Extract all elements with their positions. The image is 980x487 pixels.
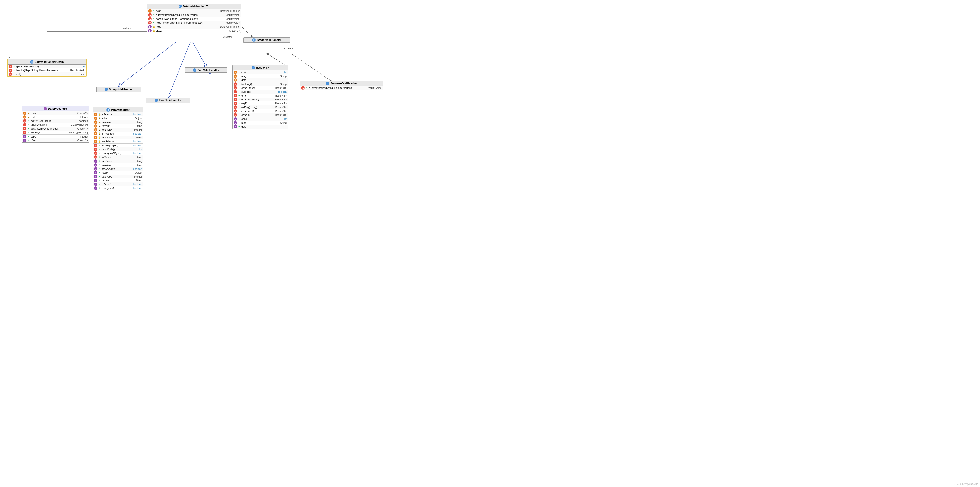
row-pr-isselected: f 🔒 isSelected boolean xyxy=(93,113,143,116)
row-bvh-ruleverif: m + ruleVerification(String, ParamReques… xyxy=(300,86,383,90)
type-rt-errorintt: Result<T> xyxy=(275,110,287,113)
type-p-de-clazz: Class<?> xyxy=(77,139,88,142)
badge-m-rt8: m xyxy=(234,109,237,113)
row-pr-areselected: f 🔒 areSelected boolean xyxy=(93,140,143,143)
vis-rt-okmsg: + xyxy=(238,106,241,108)
svg-line-14 xyxy=(290,53,332,82)
method-rt-error: error() xyxy=(242,94,274,97)
badge-p-pr6: p xyxy=(94,179,97,182)
field-p-pr-isselected: isSelected xyxy=(102,183,132,186)
row-dvh-p-clazz: p 🔒 clazz Class<?> xyxy=(147,29,241,32)
connections-svg xyxy=(0,0,980,487)
type-p-de-code: Integer xyxy=(80,135,88,138)
class-header-datatypeenum: E DataTypeEnum xyxy=(22,106,89,111)
badge-m-pr3: m xyxy=(94,151,97,155)
vis-p-dvh-clazz: 🔒 xyxy=(152,29,155,32)
type-p-rt-code: int xyxy=(284,118,287,121)
row-de-exitbycode: m + exitByCode(Integer) boolean xyxy=(22,119,89,123)
vis-p-rt-msg: + xyxy=(238,121,241,124)
row-dvh-p-next: p 🔒 next DataValidHandler xyxy=(147,25,241,29)
badge-p-dvh: p xyxy=(148,25,151,29)
vis-p-pr-isreq: + xyxy=(98,187,101,189)
method-de-getclazz: getClazzByCode(Integer) xyxy=(30,127,76,130)
type-pr-hashcode: int xyxy=(140,148,142,151)
badge-m-de4: m xyxy=(23,131,26,134)
method-pr-hashcode: hashCode() xyxy=(102,148,139,151)
row-pr-p-remark: p + remark String xyxy=(93,178,143,182)
row-pr-p-datatype: p + dataType Integer xyxy=(93,175,143,178)
badge-f-rt3: f xyxy=(234,78,237,82)
row-pr-datatype: f 🔒 dataType Integer xyxy=(93,128,143,132)
vis-dvh-next: + xyxy=(152,10,155,12)
badge-c-pr: C xyxy=(107,108,110,111)
class-header-booleanvalidhandler: C BooleanValidHandler xyxy=(300,81,383,86)
row-de-values: m + values() DataTypeEnum[] xyxy=(22,131,89,134)
type-pr-areselected: boolean xyxy=(133,140,142,143)
type-rt-okt: Result<T> xyxy=(275,102,287,105)
badge-m3: m xyxy=(9,73,12,76)
class-header-paramrequest: C ParamRequest xyxy=(93,107,143,113)
vis-p-de-code: + xyxy=(27,135,30,138)
badge-p-de2: p xyxy=(23,139,26,142)
method-de-exitbycode: exitByCode(Integer) xyxy=(30,119,78,123)
badge-m: m xyxy=(9,65,12,68)
row-rt-data: f + data T xyxy=(233,78,288,82)
vis-rt-code: + xyxy=(238,71,241,74)
lock-pr-isrequired: 🔒 xyxy=(98,132,101,135)
row-dvh-ruleverif: m + ruleVerification(String, ParamReques… xyxy=(147,13,241,17)
badge-p-pr: p xyxy=(94,159,97,163)
badge-m-rt2: m xyxy=(234,86,237,89)
method-type-handle-chain: Result<Void> xyxy=(70,69,85,72)
vis-rt-errorint: + xyxy=(238,113,241,116)
method-rt-errorint: error(int) xyxy=(242,113,274,116)
lock-pr-remark: 🔒 xyxy=(98,124,101,127)
class-title-datavalidhandler: DataValidHandler<T> xyxy=(183,5,209,8)
vis-rt-okt: + xyxy=(238,102,241,105)
type-rt-okmsg: Result<T> xyxy=(275,106,287,108)
field-dvh-next: next xyxy=(156,10,187,12)
field-p-pr-minvalue: minValue xyxy=(102,164,135,166)
row-pr-p-value: p + value Object xyxy=(93,171,143,175)
badge-m-bvh: m xyxy=(301,86,304,89)
row-rt-p-code: p + code int xyxy=(233,117,288,121)
class-datatypeenum: E DataTypeEnum f 🔒 clazz Class<?> f 🔒 co… xyxy=(22,106,89,143)
vis-rt-msg: + xyxy=(238,75,241,78)
badge-m-rt: m xyxy=(234,82,237,86)
badge-m-pr2: m xyxy=(94,148,97,151)
type-p-pr-maxvalue: String xyxy=(136,160,142,162)
type-p-pr-value: Object xyxy=(135,171,142,174)
method-dvh-nexthandle: nextHandle(Map<String, ParamRequest>) xyxy=(156,21,224,24)
vis-rt-tostring: + xyxy=(238,83,241,86)
class-title-datavalidhandlerchain: DataValidHandlerChain xyxy=(35,60,64,63)
num-label-1: 1 xyxy=(9,57,11,59)
vis-dvh-ruleverif: + xyxy=(152,13,155,16)
row-de-p-clazz: p + clazz Class<?> xyxy=(22,138,89,142)
method-rt-success: success() xyxy=(242,90,277,93)
create-label-2: «create» xyxy=(283,47,293,49)
badge-p-de: p xyxy=(23,135,26,138)
field-de-code: code xyxy=(30,116,79,118)
badge-f2: f xyxy=(23,115,26,119)
type-de-code: Integer xyxy=(80,116,88,118)
type-p-pr-areselected: boolean xyxy=(133,167,142,170)
badge-m-rt6: m xyxy=(234,102,237,105)
row-pr-p-isrequired: p + isRequired boolean xyxy=(93,186,143,190)
vis-public: + xyxy=(13,65,16,68)
lock-pr-isselected: 🔒 xyxy=(98,113,101,116)
vis-p-pr-max: + xyxy=(98,160,101,162)
svg-line-13 xyxy=(266,53,287,66)
type-pr-tostring: String xyxy=(136,156,142,159)
type-dvh-next: DataValidHandler xyxy=(220,10,240,12)
badge-c-ivh: C xyxy=(252,38,256,42)
vis-rt-errorintt: + xyxy=(238,110,241,113)
field-pr-isrequired: isRequired xyxy=(102,132,132,135)
row-rt-tostring: m + toString() String xyxy=(233,82,288,86)
row-pr-maxvalue: f 🔒 maxValue String xyxy=(93,135,143,140)
field-pr-maxvalue: maxValue xyxy=(102,136,135,139)
type-pr-equals: boolean xyxy=(133,144,142,147)
field-p-pr-remark: remark xyxy=(102,179,135,182)
type-rt-msg: String xyxy=(280,75,287,78)
class-resultt: C Result<T> f + code int f + msg String … xyxy=(232,65,288,129)
row-getorder: m + getOrder(Class<?>) int xyxy=(8,65,86,68)
class-header-datevalidhandler: C DateValidHandler xyxy=(185,68,227,73)
